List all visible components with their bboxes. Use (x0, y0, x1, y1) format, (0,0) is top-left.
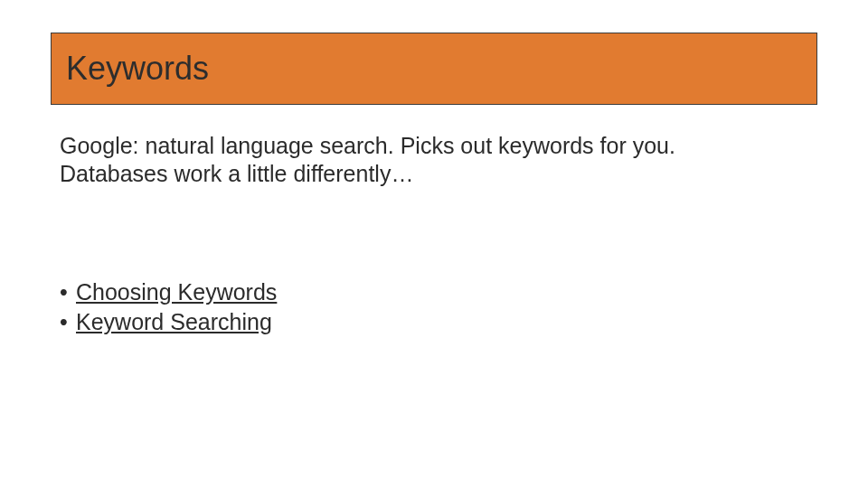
link-choosing-keywords[interactable]: Choosing Keywords (76, 277, 277, 308)
slide-title: Keywords (66, 50, 209, 88)
link-keyword-searching[interactable]: Keyword Searching (76, 307, 272, 338)
bullet-marker: • (60, 307, 76, 338)
intro-line-2: Databases work a little differently… (60, 161, 413, 186)
list-item: • Keyword Searching (60, 307, 810, 338)
list-item: • Choosing Keywords (60, 277, 810, 308)
title-box: Keywords (51, 33, 817, 105)
intro-line-1: Google: natural language search. Picks o… (60, 133, 675, 158)
body-content: Google: natural language search. Picks o… (60, 132, 810, 338)
intro-text: Google: natural language search. Picks o… (60, 132, 810, 189)
slide: Keywords Google: natural language search… (0, 0, 868, 488)
bullet-list: • Choosing Keywords • Keyword Searching (60, 277, 810, 339)
bullet-marker: • (60, 277, 76, 308)
